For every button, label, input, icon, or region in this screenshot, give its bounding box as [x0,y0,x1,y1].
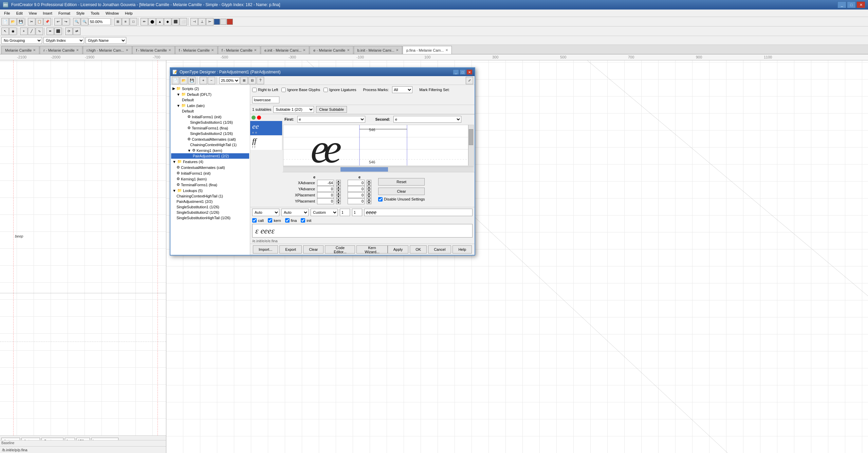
disable-check[interactable] [378,197,383,202]
tree-look-pa1[interactable]: PairAdjustment1 (2/2) [171,199,249,204]
tree-look-cht[interactable]: ChainingContextHighTail (1) [171,193,249,199]
color-btn3[interactable] [227,19,233,25]
tab-close-9[interactable]: ✕ [445,48,448,52]
cancel-btn[interactable]: Cancel [428,245,451,254]
tree-look-ss2[interactable]: SingleSubstitution2 (1/26) [171,210,249,215]
tree-single-sub2[interactable]: SingleSubstitution2 (1/26) [171,131,249,136]
xadvance-down[interactable]: ▼ [336,183,341,186]
tab-9[interactable]: p.fina - Melanie Cam... ✕ [403,46,452,54]
tab-3[interactable]: f - Melanie Camille ✕ [132,46,175,54]
tool-btn1[interactable]: ✏ [141,18,148,25]
code-editor-btn[interactable]: Code Editor... [325,245,355,254]
tree-latn-default[interactable]: Default [171,108,249,114]
tree-lookups[interactable]: ▼ 📁 Lookups (5) [171,188,249,193]
zoom-select[interactable]: 25.00% [219,77,240,84]
save-btn[interactable]: 💾 [17,18,24,25]
xadvance-up[interactable]: ▲ [336,180,341,183]
clear-btn[interactable]: Clear [303,245,324,254]
yplacement-second-input[interactable] [348,198,365,204]
tree-feat-calt[interactable]: ⚙ ContextualAlternates (calt) [171,164,249,170]
bottom-style-select[interactable]: Custom [311,209,338,216]
tree-kerning1[interactable]: ▼ ⚙ Kerning1 (kern) [171,147,249,153]
line-btn[interactable]: ╱ [28,28,35,35]
ot-new[interactable]: 📄 [172,77,179,84]
glyph-index-select[interactable]: Glyph Index [43,37,84,44]
reset-btn[interactable]: Reset [378,178,425,186]
tree-feat-fina[interactable]: ⚙ TerminalForms1 (fina) [171,182,249,188]
apply-btn[interactable]: Apply [388,245,409,254]
ignore-lig-checkbox[interactable] [324,88,328,92]
bottom-num-input[interactable] [340,209,350,216]
tab-close-6[interactable]: ✕ [303,48,306,52]
node-btn[interactable]: ◉ [9,28,17,35]
bottom-size-input[interactable] [352,209,362,216]
new-btn[interactable]: 📄 [1,18,9,25]
tab-5[interactable]: f - Melanie Camille ✕ [218,46,260,54]
ot-help[interactable]: ? [257,77,264,84]
tab-close-4[interactable]: ✕ [211,48,214,52]
values-clear-btn[interactable]: Clear [378,188,425,195]
mirror-btn[interactable]: ⇌ [73,28,80,35]
help-btn[interactable]: Help [453,245,472,254]
tab-close-5[interactable]: ✕ [254,48,257,52]
yplacement-down[interactable]: ▼ [336,201,341,204]
process-marks-select[interactable]: All [392,86,412,93]
point-btn[interactable]: + [20,28,27,35]
tab-close-0[interactable]: ✕ [33,48,36,52]
tab-1[interactable]: r - Melanie Camille ✕ [40,46,82,54]
xadvance-s-up[interactable]: ▲ [367,180,371,183]
yplacement-s-down[interactable]: ▼ [367,201,371,204]
tool-btn2[interactable]: ⬤ [148,18,156,25]
yadvance-s-down[interactable]: ▼ [367,189,371,192]
preview-scrollbar-v[interactable] [468,125,474,165]
bottom-calt-label[interactable]: calt [252,218,264,223]
xadvance-first-input[interactable] [317,180,334,186]
tab-4[interactable]: f - Melanie Camille ✕ [175,46,218,54]
tab-8[interactable]: b.init - Melanie Cami... ✕ [354,46,402,54]
tree-single-sub1[interactable]: SingleSubstitution1 (1/26) [171,120,249,125]
yadvance-s-up[interactable]: ▲ [367,186,371,189]
tree-chaining-ht[interactable]: ChainingContextHighTail (1) [171,142,249,147]
menu-format[interactable]: Format [56,11,73,16]
tree-look-ssht[interactable]: SingleSubstitutionHighTail (1/26) [171,215,249,221]
ot-maximize[interactable]: □ [460,69,466,75]
menu-insert[interactable]: Insert [40,11,55,16]
tab-close-2[interactable]: ✕ [126,48,128,52]
bottom-init-label[interactable]: init [301,218,311,223]
xplacement-down[interactable]: ▼ [336,195,341,198]
ot-view1[interactable]: ⊞ [240,77,248,84]
yplacement-s-up[interactable]: ▲ [367,198,371,201]
yadvance-second-input[interactable] [348,186,365,192]
preview-h-scrollbar[interactable] [283,167,474,172]
xplacement-first-input[interactable] [317,192,334,198]
clear-subtable-btn[interactable]: Clear Subtable [316,106,347,113]
tab-7[interactable]: e - Melanie Camille ✕ [310,46,353,54]
tool-btn5[interactable]: ⬛ [172,18,179,25]
paste-btn[interactable]: 📌 [43,18,51,25]
tree-feat-init[interactable]: ⚙ InitialForms1 (init) [171,170,249,176]
subtable-select[interactable]: Subtable 1 (2/2) [273,106,314,113]
tab-6[interactable]: e.init - Melanie Cami... ✕ [261,46,309,54]
menu-help[interactable]: Help [122,11,135,16]
bottom-kern-label[interactable]: kern [268,218,281,223]
tab-close-8[interactable]: ✕ [396,48,399,52]
xadvance-second-spinner[interactable]: ▲ ▼ [367,180,371,186]
menu-file[interactable]: File [1,11,13,16]
view-btn3[interactable]: □ [130,18,137,25]
maximize-button[interactable]: □ [847,1,856,8]
tree-contextual-alt[interactable]: ⚙ ContextualAlternates (calt) [171,136,249,142]
yplacement-first-spinner[interactable]: ▲ ▼ [336,198,341,204]
minimize-button[interactable]: _ [837,1,846,8]
bottom-mode2-select[interactable]: Auto [281,209,309,216]
mark-filtering-input[interactable] [252,97,279,103]
cut-btn[interactable]: ✂ [28,18,35,25]
ot-save[interactable]: 💾 [188,77,196,84]
xplacement-s-down[interactable]: ▼ [367,195,371,198]
rtl-checkbox[interactable] [252,88,257,92]
tree-features[interactable]: ▼ 📁 Features (4) [171,159,249,164]
ot-view2[interactable]: ⊟ [248,77,256,84]
menu-style[interactable]: Style [74,11,87,16]
ignore-lig-label[interactable]: Ignore Ligatures [324,88,356,92]
tool-btn4[interactable]: ◆ [164,18,171,25]
zoom-out-btn[interactable]: 🔍 [81,18,88,25]
